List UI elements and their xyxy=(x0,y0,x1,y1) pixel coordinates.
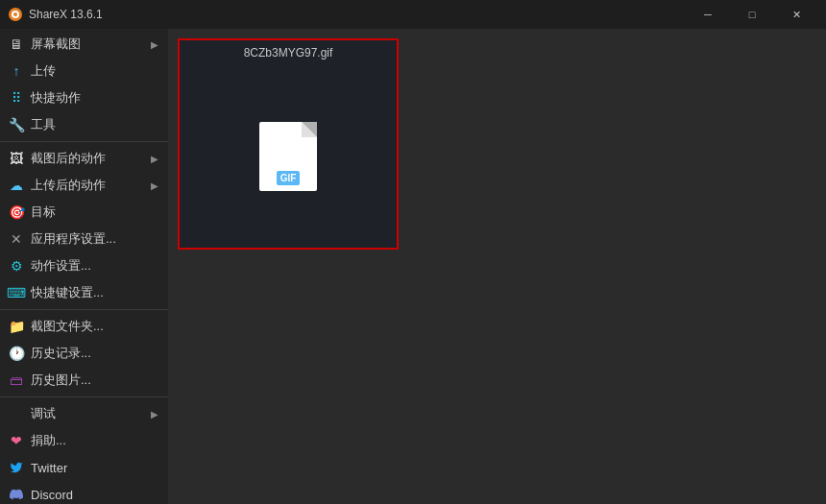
title-bar: ShareX 13.6.1 ─ □ ✕ xyxy=(0,0,826,29)
aftercapture-label: 截图后的动作 xyxy=(31,150,106,167)
aftercapture-arrow: ▶ xyxy=(151,154,158,164)
sidebar-item-discord[interactable]: Discord xyxy=(0,481,168,504)
close-button[interactable]: ✕ xyxy=(774,0,818,29)
sidebar-item-historyimage[interactable]: 🗃 历史图片... xyxy=(0,367,168,394)
sidebar-item-donate[interactable]: ❤ 捐助... xyxy=(0,427,168,454)
tools-icon: 🔧 xyxy=(8,116,25,133)
sidebar-item-afterupload[interactable]: ☁ 上传后的动作 ▶ xyxy=(0,172,168,199)
upload-icon: ↑ xyxy=(8,62,25,80)
discord-icon xyxy=(8,486,25,503)
history-icon: 🕐 xyxy=(8,345,25,362)
sidebar-item-actionsettings[interactable]: ⚙ 动作设置... xyxy=(0,252,168,279)
twitter-icon xyxy=(8,459,25,476)
target-label: 目标 xyxy=(31,204,56,221)
content-area: 8CZb3MYG97.gif GIF xyxy=(168,29,826,504)
hotkeys-icon: ⌨ xyxy=(8,284,25,301)
historyimage-icon: 🗃 xyxy=(8,372,25,389)
app-title: ShareX 13.6.1 xyxy=(29,8,103,21)
gif-file-background: GIF xyxy=(259,122,317,191)
sidebar-item-history[interactable]: 🕐 历史记录... xyxy=(0,340,168,367)
sidebar-item-screenshot[interactable]: 🖥 屏幕截图 ▶ xyxy=(0,31,168,58)
gif-file-icon: GIF xyxy=(255,118,322,195)
quickaction-label: 快捷动作 xyxy=(31,89,81,107)
sidebar-item-quickaction[interactable]: ⠿ 快捷动作 xyxy=(0,84,168,111)
sidebar-item-appsettings[interactable]: ✕ 应用程序设置... xyxy=(0,226,168,252)
hotkeys-label: 快捷键设置... xyxy=(31,284,104,301)
afterupload-label: 上传后的动作 xyxy=(31,177,106,194)
divider-1 xyxy=(0,141,168,142)
preview-panel: 8CZb3MYG97.gif GIF xyxy=(178,38,399,250)
donate-label: 捐助... xyxy=(31,432,66,449)
debug-icon xyxy=(8,405,25,422)
svg-point-2 xyxy=(13,12,17,16)
screenshotfolder-label: 截图文件夹... xyxy=(31,318,104,335)
screenshot-icon: 🖥 xyxy=(8,36,25,53)
screenshot-arrow: ▶ xyxy=(151,39,158,50)
folder-icon: 📁 xyxy=(8,318,25,335)
appsettings-icon: ✕ xyxy=(8,230,25,248)
discord-label: Discord xyxy=(31,488,73,502)
divider-2 xyxy=(0,309,168,310)
sidebar-item-twitter[interactable]: Twitter xyxy=(0,454,168,481)
historyimage-label: 历史图片... xyxy=(31,372,91,389)
preview-filename: 8CZb3MYG97.gif xyxy=(180,40,397,65)
preview-body: GIF xyxy=(180,65,397,248)
sidebar-item-hotkeys[interactable]: ⌨ 快捷键设置... xyxy=(0,279,168,306)
sidebar-item-screenshotfolder[interactable]: 📁 截图文件夹... xyxy=(0,313,168,340)
left-menu: 🖥 屏幕截图 ▶ ↑ 上传 ⠿ 快捷动作 🔧 工具 🖼 截图后的动作 ▶ ☁ 上… xyxy=(0,29,168,504)
twitter-label: Twitter xyxy=(31,461,67,475)
actionsettings-label: 动作设置... xyxy=(31,257,91,275)
tools-label: 工具 xyxy=(31,116,56,133)
sidebar-item-debug[interactable]: 调试 ▶ xyxy=(0,400,168,427)
screenshot-label: 屏幕截图 xyxy=(31,36,81,53)
afterupload-arrow: ▶ xyxy=(151,180,158,191)
window-controls: ─ □ ✕ xyxy=(686,0,818,29)
quickaction-icon: ⠿ xyxy=(8,89,25,107)
target-icon: 🎯 xyxy=(8,204,25,221)
divider-3 xyxy=(0,396,168,397)
donate-icon: ❤ xyxy=(8,432,25,449)
history-label: 历史记录... xyxy=(31,345,91,362)
sidebar-item-aftercapture[interactable]: 🖼 截图后的动作 ▶ xyxy=(0,145,168,172)
title-bar-left: ShareX 13.6.1 xyxy=(8,7,103,22)
actionsettings-icon: ⚙ xyxy=(8,257,25,275)
afterupload-icon: ☁ xyxy=(8,177,25,194)
aftercapture-icon: 🖼 xyxy=(8,150,25,167)
debug-arrow: ▶ xyxy=(151,409,158,420)
sidebar-item-tools[interactable]: 🔧 工具 xyxy=(0,111,168,138)
debug-label: 调试 xyxy=(31,405,56,422)
upload-label: 上传 xyxy=(31,62,56,80)
appsettings-label: 应用程序设置... xyxy=(31,230,116,248)
sidebar-item-upload[interactable]: ↑ 上传 xyxy=(0,58,168,84)
minimize-button[interactable]: ─ xyxy=(686,0,730,29)
main-container: 🖥 屏幕截图 ▶ ↑ 上传 ⠿ 快捷动作 🔧 工具 🖼 截图后的动作 ▶ ☁ 上… xyxy=(0,29,826,504)
sidebar-item-target[interactable]: 🎯 目标 xyxy=(0,199,168,226)
app-icon xyxy=(8,7,23,22)
maximize-button[interactable]: □ xyxy=(730,0,774,29)
gif-badge: GIF xyxy=(277,171,301,185)
